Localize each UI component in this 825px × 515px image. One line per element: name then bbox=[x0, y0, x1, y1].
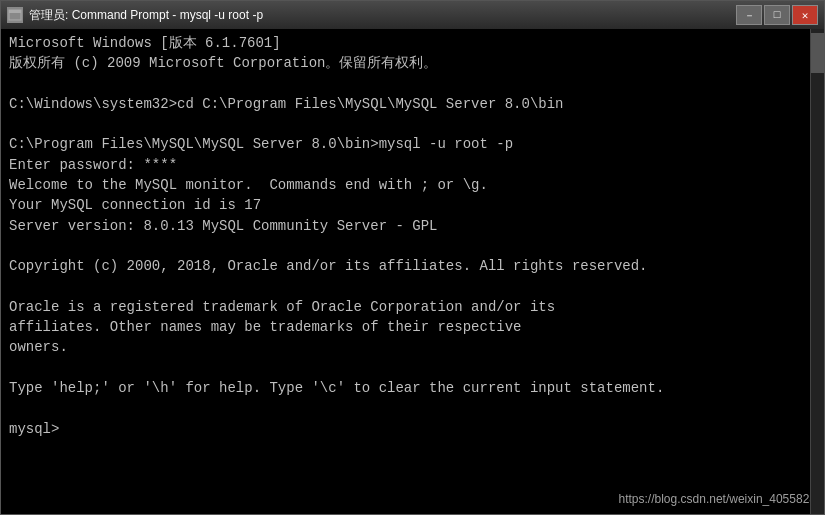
watermark: https://blog.csdn.net/weixin_4055828 bbox=[619, 491, 816, 508]
terminal-output: Microsoft Windows [版本 6.1.7601]版权所有 (c) … bbox=[9, 33, 816, 439]
terminal-line bbox=[9, 236, 816, 256]
terminal-line bbox=[9, 358, 816, 378]
window-title: 管理员: Command Prompt - mysql -u root -p bbox=[29, 7, 263, 24]
terminal-line bbox=[9, 74, 816, 94]
terminal-line bbox=[9, 398, 816, 418]
cmd-window: 管理员: Command Prompt - mysql -u root -p －… bbox=[0, 0, 825, 515]
minimize-button[interactable]: － bbox=[736, 5, 762, 25]
terminal-line: mysql> bbox=[9, 419, 816, 439]
scrollbar[interactable] bbox=[810, 29, 824, 514]
terminal-line bbox=[9, 277, 816, 297]
title-bar-left: 管理员: Command Prompt - mysql -u root -p bbox=[7, 7, 263, 24]
terminal-line: Microsoft Windows [版本 6.1.7601] bbox=[9, 33, 816, 53]
terminal-line: Server version: 8.0.13 MySQL Community S… bbox=[9, 216, 816, 236]
scrollbar-thumb[interactable] bbox=[811, 33, 824, 73]
terminal-body[interactable]: Microsoft Windows [版本 6.1.7601]版权所有 (c) … bbox=[1, 29, 824, 514]
title-bar: 管理员: Command Prompt - mysql -u root -p －… bbox=[1, 1, 824, 29]
terminal-line: C:\Program Files\MySQL\MySQL Server 8.0\… bbox=[9, 134, 816, 154]
terminal-line: Your MySQL connection id is 17 bbox=[9, 195, 816, 215]
terminal-line: owners. bbox=[9, 337, 816, 357]
terminal-line: Oracle is a registered trademark of Orac… bbox=[9, 297, 816, 317]
maximize-button[interactable]: □ bbox=[764, 5, 790, 25]
svg-rect-1 bbox=[9, 10, 21, 13]
terminal-line: affiliates. Other names may be trademark… bbox=[9, 317, 816, 337]
terminal-line: C:\Windows\system32>cd C:\Program Files\… bbox=[9, 94, 816, 114]
terminal-line: Welcome to the MySQL monitor. Commands e… bbox=[9, 175, 816, 195]
terminal-line: Type 'help;' or '\h' for help. Type '\c'… bbox=[9, 378, 816, 398]
terminal-line: Enter password: **** bbox=[9, 155, 816, 175]
window-controls: － □ ✕ bbox=[736, 5, 818, 25]
terminal-line bbox=[9, 114, 816, 134]
window-icon bbox=[7, 7, 23, 23]
close-button[interactable]: ✕ bbox=[792, 5, 818, 25]
terminal-line: Copyright (c) 2000, 2018, Oracle and/or … bbox=[9, 256, 816, 276]
terminal-line: 版权所有 (c) 2009 Microsoft Corporation。保留所有… bbox=[9, 53, 816, 73]
